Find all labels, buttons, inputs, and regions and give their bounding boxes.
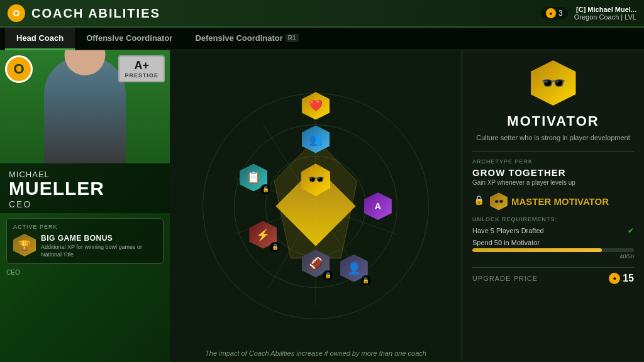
progress-bar-bg xyxy=(472,248,634,252)
team-logo-badge: O xyxy=(5,55,33,83)
coach-silhouette xyxy=(44,57,126,163)
coins-display: ● 3 xyxy=(541,7,568,19)
center-panel: ❤️ 👥 🕶️ 📋 🔒 A ⚡ 🔒 xyxy=(170,50,462,362)
node-left[interactable]: 📋 🔒 xyxy=(239,163,268,192)
ability-wheel: ❤️ 👥 🕶️ 📋 🔒 A ⚡ 🔒 xyxy=(196,87,435,326)
upgrade-price-label: Upgrade Price xyxy=(472,275,538,282)
req-text-1: Have 5 Players Drafted xyxy=(472,227,544,234)
prestige-grade: A+ xyxy=(125,59,158,72)
locked-perk-badge: 🕶️ MASTER MOTIVATOR xyxy=(490,192,634,210)
main-content: O A+ PRESTIGE MICHAEL MUELLER CEO Active… xyxy=(0,50,644,362)
req-item-1: Have 5 Players Drafted ✔ xyxy=(472,226,634,235)
perk-icon: 🏆 xyxy=(13,234,36,256)
archetype-perk-label: Archetype Perk xyxy=(472,158,634,165)
coach-photo-area: O A+ PRESTIGE xyxy=(0,50,170,163)
node-upper-center[interactable]: 👥 xyxy=(301,125,330,154)
lock-lower-right: 🔒 xyxy=(361,275,371,285)
ability-main-name: MOTIVATOR xyxy=(472,113,634,129)
archetype-perk-desc: Gain XP whenever a player levels up xyxy=(472,179,634,186)
perk-name: BIG GAME BONUS xyxy=(41,234,157,243)
tab-hint-r1: R1 xyxy=(286,34,299,42)
locked-perk-badge-icon: 🕶️ xyxy=(490,192,508,210)
coin-icon: ● xyxy=(546,8,556,18)
progress-bar-fill xyxy=(472,248,602,252)
unlock-req-label: Unlock Requirements: xyxy=(472,216,634,222)
active-perk-content: 🏆 BIG GAME BONUS Additional XP for winni… xyxy=(13,234,157,258)
coins-value: 3 xyxy=(558,9,563,18)
node-hex-right: A xyxy=(364,192,392,220)
coach-name-area: MICHAEL MUELLER CEO xyxy=(0,163,170,213)
tab-offensive-coordinator[interactable]: Offensive Coordinator xyxy=(75,28,184,50)
upgrade-coin-icon: ● xyxy=(609,273,620,284)
active-perk-area: Active Perk 🏆 BIG GAME BONUS Additional … xyxy=(6,218,164,264)
prestige-badge: A+ PRESTIGE xyxy=(118,55,165,82)
node-right[interactable]: A xyxy=(364,192,392,221)
ability-main-desc: Culture setter who is strong in player d… xyxy=(472,133,634,143)
node-hex-upper: 👥 xyxy=(302,126,330,153)
app-logo: O xyxy=(8,4,25,22)
node-lower-right[interactable]: 👤 🔒 xyxy=(340,254,369,283)
upgrade-price-value: ● 15 xyxy=(609,273,634,284)
active-perk-label: Active Perk xyxy=(13,224,157,230)
locked-perk-name: MASTER MOTIVATOR xyxy=(511,196,609,207)
coach-info-top: [C] Michael Muel... Oregon Coach | LVL xyxy=(574,6,636,21)
tab-bar: Head Coach Offensive Coordinator Defensi… xyxy=(0,28,644,50)
coach-name-top: [C] Michael Muel... xyxy=(574,6,636,13)
perk-desc: Additional XP for winning bowl games or … xyxy=(41,244,157,258)
archetype-perk-name: GROW TOGETHER xyxy=(472,167,634,178)
req-check-1: ✔ xyxy=(628,226,634,235)
prestige-label: PRESTIGE xyxy=(125,72,158,79)
locked-perk-section: 🔒 🕶️ MASTER MOTIVATOR xyxy=(472,192,634,210)
divider-1 xyxy=(472,151,634,152)
req-text-2: Spend 50 in Motivator xyxy=(472,239,634,246)
progress-bar-wrap: Spend 50 in Motivator 40/50 xyxy=(472,239,634,260)
lock-left: 🔒 xyxy=(260,184,270,194)
upgrade-price-num: 15 xyxy=(623,273,634,284)
node-top[interactable]: ❤️ xyxy=(301,91,330,120)
lock-lower-center: 🔒 xyxy=(323,270,333,280)
node-hex-center: 🕶️ xyxy=(301,163,330,196)
locked-perk-lock-icon: 🔒 xyxy=(472,194,485,206)
node-hex-top: ❤️ xyxy=(302,92,330,119)
page-title: COACH ABILITIES xyxy=(31,6,160,21)
right-panel: 🕶️ MOTIVATOR Culture setter who is stron… xyxy=(462,50,644,362)
progress-label: 40/50 xyxy=(472,253,634,260)
coach-detail-top: Oregon Coach | LVL xyxy=(574,13,636,21)
locked-perk-inner: 🕶️ MASTER MOTIVATOR xyxy=(490,192,634,210)
ceo-label: CEO xyxy=(0,269,170,276)
tab-head-coach[interactable]: Head Coach xyxy=(5,28,75,50)
top-bar: O COACH ABILITIES ● 3 [C] Michael Muel..… xyxy=(0,0,644,28)
coach-last-name: MUELLER xyxy=(9,179,161,198)
node-lower-left[interactable]: ⚡ 🔒 xyxy=(248,221,277,250)
ability-icon-large: 🕶️ xyxy=(531,60,576,106)
tab-defensive-coordinator[interactable]: Defensive Coordinator R1 xyxy=(184,28,309,50)
node-center-main[interactable]: 🕶️ xyxy=(301,165,330,194)
lock-lower-left: 🔒 xyxy=(270,242,280,252)
coach-title: CEO xyxy=(9,199,161,209)
left-panel: O A+ PRESTIGE MICHAEL MUELLER CEO Active… xyxy=(0,50,170,362)
perk-text: BIG GAME BONUS Additional XP for winning… xyxy=(41,234,157,258)
node-lower-center[interactable]: 🏈 🔒 xyxy=(301,249,330,278)
wheel-caption: The impact of Coach Abilities increase i… xyxy=(170,349,462,357)
top-bar-right: ● 3 [C] Michael Muel... Oregon Coach | L… xyxy=(541,6,636,21)
unlock-requirements: Unlock Requirements: Have 5 Players Draf… xyxy=(472,216,634,260)
upgrade-price-row: Upgrade Price ● 15 xyxy=(472,267,634,284)
